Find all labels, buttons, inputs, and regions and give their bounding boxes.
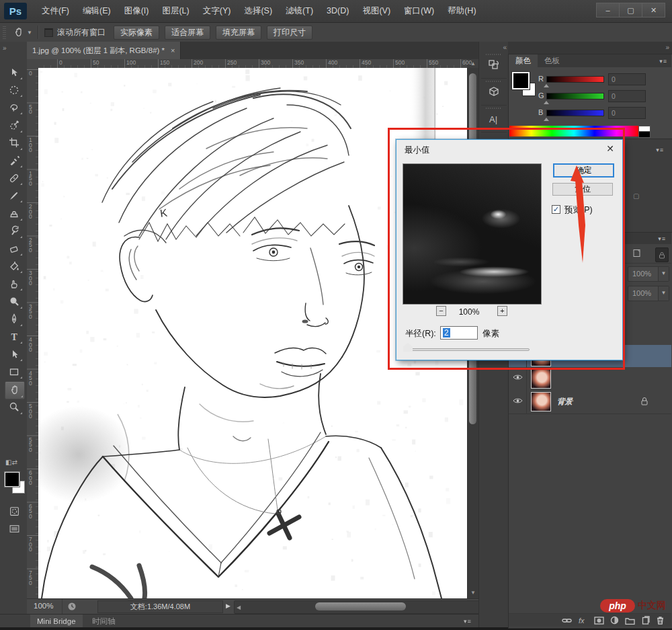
panel-menu-icon[interactable]: ▾≡	[464, 618, 472, 625]
layer-name[interactable]: 背景	[557, 397, 573, 407]
tool-eraser[interactable]	[5, 240, 24, 257]
tab-close-icon[interactable]: ×	[171, 46, 175, 54]
visibility-eye-icon[interactable]	[513, 373, 523, 383]
chevron-down-icon[interactable]: ▼	[658, 286, 669, 301]
fill-dropdown[interactable]: 100% ▼	[628, 286, 669, 301]
dialog-close-icon[interactable]: ✕	[603, 143, 617, 155]
tool-marquee[interactable]	[5, 81, 24, 98]
delete-icon[interactable]	[656, 616, 665, 625]
lock-all-button[interactable]	[655, 247, 669, 262]
tool-preset-caret-icon[interactable]: ▼	[27, 30, 32, 36]
tool-crop[interactable]	[5, 134, 24, 151]
swap-colors-icon[interactable]: ◧⇄	[5, 459, 23, 469]
panel-icon-clone-source[interactable]	[481, 52, 507, 79]
horizontal-scrollbar[interactable]: ◀ ▶	[234, 600, 501, 614]
layer-thumbnail[interactable]	[531, 392, 551, 411]
maximize-button[interactable]: ▢	[619, 3, 642, 17]
slider-thumb-icon[interactable]	[544, 115, 549, 121]
tool-brush[interactable]	[5, 187, 24, 204]
tool-history-brush[interactable]	[5, 223, 24, 239]
channel-value[interactable]: 0	[608, 107, 646, 119]
options-button[interactable]: 填充屏幕	[216, 26, 261, 40]
menu-窗口W[interactable]: 窗口(W)	[397, 0, 441, 22]
menu-视图V[interactable]: 视图(V)	[355, 0, 397, 22]
document-tab[interactable]: 1.jpg @ 100% (图层 1 副本, RGB/8#) * ×	[27, 42, 181, 59]
bottom-tab-mini-bridge[interactable]: Mini Bridge	[30, 615, 83, 628]
horizontal-scrollbar-thumb[interactable]	[315, 602, 406, 611]
layer-row[interactable]	[509, 367, 671, 390]
channel-slider[interactable]	[546, 93, 604, 100]
menu-文字Y[interactable]: 文字(Y)	[196, 0, 238, 22]
tool-type[interactable]: T	[5, 328, 24, 345]
radius-slider-handle[interactable]	[403, 343, 413, 352]
slider-thumb-icon[interactable]	[544, 98, 549, 104]
mask-icon[interactable]	[594, 617, 604, 625]
zoom-out-button[interactable]: −	[436, 306, 446, 316]
black-swatch[interactable]	[638, 131, 650, 138]
foreground-color-swatch[interactable]	[512, 72, 530, 89]
tool-clone-stamp[interactable]	[5, 205, 24, 222]
channel-slider[interactable]	[546, 76, 604, 83]
expand-dock-icon[interactable]: »	[665, 44, 668, 51]
quick-mask-button[interactable]	[5, 503, 24, 520]
filter-preview-image[interactable]	[403, 163, 542, 305]
screen-mode-button[interactable]	[5, 520, 24, 537]
panel-icon-character[interactable]: A|	[481, 106, 507, 132]
tool-path-selection[interactable]	[5, 346, 24, 362]
zoom-in-button[interactable]: +	[497, 306, 507, 316]
menu-选择S[interactable]: 选择(S)	[237, 0, 279, 22]
tool-healing-brush[interactable]	[5, 169, 24, 186]
options-button[interactable]: 实际像素	[114, 26, 159, 40]
tool-hand[interactable]	[5, 381, 25, 399]
channel-value[interactable]: 0	[608, 90, 646, 102]
menu-图层L[interactable]: 图层(L)	[155, 0, 196, 22]
menu-3DD[interactable]: 3D(D)	[320, 0, 355, 22]
scroll-all-windows-checkbox[interactable]	[44, 28, 53, 37]
visibility-eye-icon[interactable]	[513, 397, 523, 407]
adjustment-icon[interactable]	[610, 616, 619, 625]
panel-menu-icon[interactable]: ▾≡	[656, 147, 664, 153]
collapse-dock-icon[interactable]: «	[503, 44, 505, 51]
layer-thumbnail[interactable]	[531, 369, 551, 389]
channel-slider[interactable]	[546, 110, 604, 116]
panel-menu-icon[interactable]: ▾≡	[659, 58, 667, 65]
radius-slider[interactable]	[405, 348, 530, 351]
tool-rectangle[interactable]	[5, 363, 24, 380]
close-button[interactable]: ✕	[642, 3, 665, 17]
zoom-level[interactable]: 100%	[34, 602, 53, 610]
tab-swatches[interactable]: 色板	[538, 54, 566, 67]
tool-move[interactable]	[5, 64, 24, 81]
menu-帮助H[interactable]: 帮助(H)	[441, 0, 482, 22]
panel-icon-3d[interactable]	[481, 79, 507, 106]
chevron-down-icon[interactable]: ▼	[658, 267, 669, 281]
tool-pen[interactable]	[5, 311, 24, 327]
ok-button[interactable]: 确定	[553, 163, 614, 178]
opacity-dropdown[interactable]: 100% ▼	[628, 266, 669, 282]
panel-menu-icon[interactable]: ▾≡	[658, 235, 666, 242]
menu-图像I[interactable]: 图像(I)	[118, 0, 156, 22]
menu-滤镜T[interactable]: 滤镜(T)	[279, 0, 320, 22]
scroll-down-icon[interactable]: ▼	[470, 590, 476, 596]
status-expand-icon[interactable]: ▶	[226, 602, 230, 609]
toolbar-expand-icon[interactable]: »	[3, 44, 5, 52]
tool-smudge[interactable]	[5, 275, 24, 292]
preview-checkbox[interactable]: ✓	[552, 205, 560, 214]
slider-thumb-icon[interactable]	[544, 81, 549, 87]
radius-input[interactable]: 2	[440, 326, 478, 340]
tool-lasso[interactable]	[5, 99, 24, 116]
link-icon[interactable]	[562, 617, 572, 625]
tool-dodge[interactable]	[5, 293, 24, 310]
options-button[interactable]: 打印尺寸	[267, 26, 312, 40]
options-button[interactable]: 适合屏幕	[165, 26, 210, 40]
foreground-color-swatch[interactable]	[5, 472, 19, 487]
lock-pixels-icon[interactable]	[632, 249, 641, 260]
color-spectrum-ramp[interactable]	[509, 126, 638, 136]
fx-icon[interactable]: fx	[578, 617, 588, 625]
minimize-button[interactable]: –	[596, 3, 619, 17]
layer-row-background[interactable]: 背景	[509, 389, 671, 414]
tool-zoom[interactable]	[5, 399, 24, 416]
scroll-up-icon[interactable]: ▲	[470, 61, 476, 67]
menu-编辑E[interactable]: 编辑(E)	[76, 0, 118, 22]
reset-button[interactable]: 复位	[552, 183, 613, 196]
group-icon[interactable]	[625, 617, 635, 625]
